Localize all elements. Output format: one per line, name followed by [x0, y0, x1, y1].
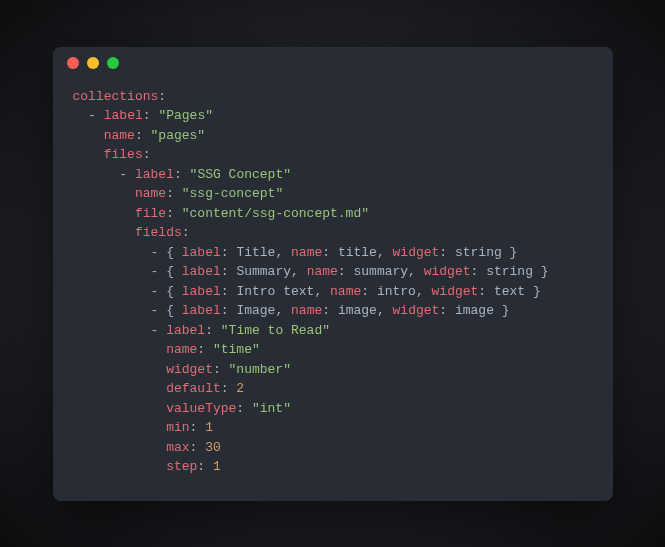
yaml-key: step [166, 459, 197, 474]
yaml-key: min [166, 420, 189, 435]
yaml-key: label [182, 303, 221, 318]
yaml-key: widget [432, 284, 479, 299]
yaml-key: label [182, 264, 221, 279]
yaml-value: Intro text [236, 284, 314, 299]
yaml-value: string [455, 245, 502, 260]
yaml-key: name [166, 342, 197, 357]
code-window: collections: - label: "Pages" name: "pag… [53, 47, 613, 501]
yaml-value: string [486, 264, 533, 279]
yaml-key: widget [393, 303, 440, 318]
yaml-key: name [135, 186, 166, 201]
yaml-key: fields [135, 225, 182, 240]
yaml-key: widget [393, 245, 440, 260]
yaml-key: file [135, 206, 166, 221]
yaml-key: max [166, 440, 189, 455]
yaml-value: text [494, 284, 525, 299]
yaml-string: "Pages" [158, 108, 213, 123]
yaml-value: image [455, 303, 494, 318]
yaml-string: "number" [229, 362, 291, 377]
yaml-key: label [182, 284, 221, 299]
yaml-number: 1 [205, 420, 213, 435]
yaml-key: label [182, 245, 221, 260]
yaml-string: "SSG Concept" [190, 167, 291, 182]
yaml-key: files [104, 147, 143, 162]
yaml-key: collections [73, 89, 159, 104]
yaml-string: "pages" [151, 128, 206, 143]
minimize-icon[interactable] [87, 57, 99, 69]
yaml-number: 30 [205, 440, 221, 455]
yaml-key: valueType [166, 401, 236, 416]
yaml-key: name [291, 303, 322, 318]
yaml-value: Summary [236, 264, 291, 279]
yaml-key: name [330, 284, 361, 299]
yaml-value: summary [353, 264, 408, 279]
yaml-key: name [104, 128, 135, 143]
yaml-string: "ssg-concept" [182, 186, 283, 201]
yaml-key: widget [424, 264, 471, 279]
yaml-key: default [166, 381, 221, 396]
close-icon[interactable] [67, 57, 79, 69]
yaml-key: label [104, 108, 143, 123]
yaml-key: widget [166, 362, 213, 377]
yaml-value: Title [236, 245, 275, 260]
yaml-number: 2 [236, 381, 244, 396]
yaml-string: "int" [252, 401, 291, 416]
yaml-value: title [338, 245, 377, 260]
yaml-string: "content/ssg-concept.md" [182, 206, 369, 221]
yaml-key: label [135, 167, 174, 182]
window-titlebar [53, 47, 613, 79]
yaml-string: "time" [213, 342, 260, 357]
yaml-value: image [338, 303, 377, 318]
yaml-key: name [291, 245, 322, 260]
yaml-value: intro [377, 284, 416, 299]
yaml-string: "Time to Read" [221, 323, 330, 338]
yaml-key: label [166, 323, 205, 338]
code-block: collections: - label: "Pages" name: "pag… [53, 79, 613, 501]
yaml-key: name [307, 264, 338, 279]
maximize-icon[interactable] [107, 57, 119, 69]
yaml-number: 1 [213, 459, 221, 474]
yaml-value: Image [236, 303, 275, 318]
